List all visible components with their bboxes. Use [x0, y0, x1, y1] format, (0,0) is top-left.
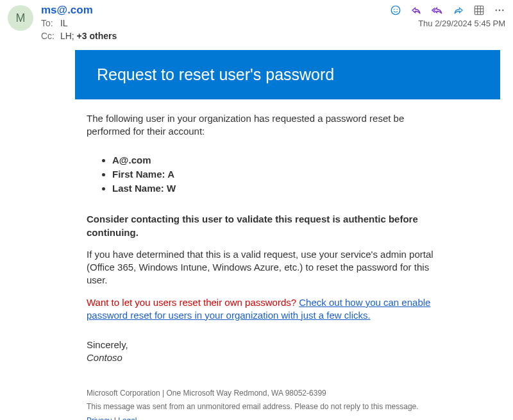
cc-line: Cc: LH; +3 others	[41, 31, 505, 41]
intro-text: The following user in your organization …	[87, 112, 434, 139]
svg-point-2	[397, 9, 398, 10]
consider-text: Consider contacting this user to validat…	[87, 213, 434, 239]
message-header: M ms@.com	[0, 0, 513, 44]
svg-point-0	[391, 6, 400, 15]
message-body: Request to reset user's password The fol…	[0, 50, 513, 420]
determined-text: If you have determined that this is a va…	[87, 248, 434, 287]
reply-icon[interactable]	[410, 4, 422, 16]
react-smiley-icon[interactable]	[390, 4, 401, 16]
list-item: First Name: A	[112, 168, 434, 181]
forward-icon[interactable]	[453, 4, 464, 16]
list-item: Last Name: W	[112, 182, 434, 195]
to-label: To:	[41, 18, 58, 28]
org-name: Contoso	[87, 351, 434, 364]
svg-rect-3	[475, 6, 484, 15]
from-address[interactable]: ms@.com	[41, 4, 93, 17]
self-service-text: Want to let you users reset their own pa…	[87, 296, 434, 323]
svg-point-10	[502, 10, 503, 11]
list-item: A@.com	[112, 154, 434, 167]
avatar: M	[8, 5, 33, 31]
cc-value[interactable]: LH;	[60, 31, 74, 41]
cc-label: Cc:	[41, 31, 58, 41]
closing: Sincerely,	[87, 339, 434, 351]
banner-title: Request to reset user's password	[75, 50, 500, 99]
cc-others[interactable]: +3 others	[77, 31, 117, 41]
footer-note: This message was sent from an unmonitore…	[87, 400, 434, 414]
reply-all-icon[interactable]	[431, 4, 444, 16]
signature: Sincerely, Contoso	[87, 339, 434, 365]
apps-icon[interactable]	[473, 4, 485, 16]
message-actions	[390, 4, 505, 16]
svg-point-1	[394, 9, 395, 10]
timestamp: Thu 2/29/2024 5:45 PM	[418, 19, 505, 28]
footer-address: Microsoft Corporation | One Microsoft Wa…	[87, 387, 434, 401]
footer: Microsoft Corporation | One Microsoft Wa…	[87, 387, 434, 421]
legal-link[interactable]: Legal	[118, 416, 137, 420]
want-lead: Want to let you users reset their own pa…	[87, 297, 299, 308]
user-details-list: A@.com First Name: A Last Name: W	[87, 154, 434, 196]
svg-point-8	[496, 10, 497, 11]
more-actions-icon[interactable]	[494, 4, 505, 16]
svg-point-9	[499, 10, 500, 11]
privacy-link[interactable]: Privacy	[87, 416, 112, 420]
to-line: To: IL	[41, 18, 68, 28]
to-value[interactable]: IL	[60, 18, 68, 28]
